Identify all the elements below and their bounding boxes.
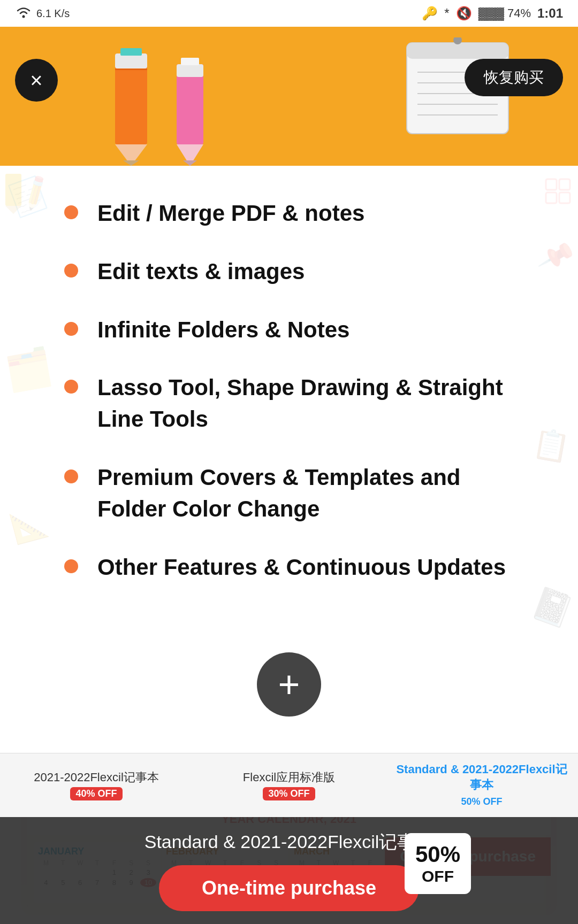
svg-marker-11 bbox=[183, 160, 197, 166]
expand-button[interactable]: + bbox=[257, 652, 321, 717]
battery-icon: ▓▓▓ 74% bbox=[478, 6, 531, 20]
feature-text-6: Other Features & Continuous Updates bbox=[97, 552, 506, 583]
time-display: 1:01 bbox=[537, 6, 563, 21]
feature-item-1: Edit / Merge PDF & notes bbox=[64, 198, 514, 229]
bottom-bar-title: Standard & 2021-2022Flexcil记事本 bbox=[144, 830, 434, 854]
feature-item-3: Infinite Folders & Notes bbox=[64, 314, 514, 346]
bullet-3 bbox=[64, 322, 78, 336]
pink-pencil-icon bbox=[171, 53, 211, 166]
svg-rect-10 bbox=[181, 58, 199, 65]
feature-item-2: Edit texts & images bbox=[64, 256, 514, 288]
feature-item-5: Premium Covers & Templates and Folder Co… bbox=[64, 462, 514, 525]
feature-item-4: Lasso Tool, Shape Drawing & Straight Lin… bbox=[64, 372, 514, 435]
status-right: 🔑 * 🔇 ▓▓▓ 74% 1:01 bbox=[422, 6, 563, 21]
feature-text-5: Premium Covers & Templates and Folder Co… bbox=[97, 462, 514, 525]
bullet-1 bbox=[64, 205, 78, 219]
plus-icon: + bbox=[278, 666, 300, 703]
bottom-buy-button[interactable]: One-time purchase bbox=[159, 865, 419, 911]
tab-label-1: 2021-2022Flexcil记事本 bbox=[34, 770, 159, 786]
svg-rect-4 bbox=[120, 48, 142, 56]
tab-label-2: Flexcil应用标准版 bbox=[243, 770, 335, 786]
header-banner: × 恢复购买 bbox=[0, 27, 578, 166]
bullet-2 bbox=[64, 264, 78, 278]
close-button[interactable]: × bbox=[15, 59, 58, 102]
bullet-4 bbox=[64, 380, 78, 394]
svg-rect-3 bbox=[115, 53, 147, 68]
bottom-bar: Standard & 2021-2022Flexcil记事本 One-time … bbox=[0, 817, 578, 924]
wifi-speed: 6.1 K/s bbox=[36, 7, 70, 19]
bottom-tabs: 2021-2022Flexcil记事本 40% OFF Flexcil应用标准版… bbox=[0, 753, 578, 817]
feature-text-3: Infinite Folders & Notes bbox=[97, 314, 349, 346]
svg-rect-9 bbox=[177, 64, 203, 77]
discount-percent: 50% bbox=[415, 842, 460, 867]
bullet-6 bbox=[64, 559, 78, 573]
tab-badge-3: 50% OFF bbox=[455, 795, 507, 808]
svg-marker-6 bbox=[123, 160, 139, 166]
tab-item-3[interactable]: Standard & 2021-2022Flexcil记事本 50% OFF bbox=[385, 753, 578, 817]
tab-badge-1: 40% OFF bbox=[70, 787, 122, 800]
tab-label-3: Standard & 2021-2022Flexcil记事本 bbox=[391, 762, 573, 792]
feature-text-4: Lasso Tool, Shape Drawing & Straight Lin… bbox=[97, 372, 514, 435]
tab-item-1[interactable]: 2021-2022Flexcil记事本 40% OFF bbox=[0, 753, 193, 817]
bluetooth-icon: * bbox=[444, 6, 449, 21]
status-bar: 6.1 K/s 🔑 * 🔇 ▓▓▓ 74% 1:01 bbox=[0, 0, 578, 27]
discount-label: OFF bbox=[415, 867, 460, 886]
wifi-icon bbox=[15, 4, 32, 22]
restore-purchase-button[interactable]: 恢复购买 bbox=[465, 59, 563, 96]
feature-text-1: Edit / Merge PDF & notes bbox=[97, 198, 364, 229]
svg-rect-13 bbox=[407, 43, 508, 59]
mute-icon: 🔇 bbox=[456, 6, 472, 21]
key-icon: 🔑 bbox=[422, 6, 438, 21]
features-section: Edit / Merge PDF & notes Edit texts & im… bbox=[0, 166, 578, 642]
tab-badge-2: 30% OFF bbox=[263, 787, 315, 800]
svg-point-0 bbox=[22, 16, 25, 18]
status-left: 6.1 K/s bbox=[15, 4, 70, 22]
bullet-5 bbox=[64, 469, 78, 483]
discount-badge: 50% OFF bbox=[405, 833, 471, 894]
feature-text-2: Edit texts & images bbox=[97, 256, 305, 288]
tab-item-2[interactable]: Flexcil应用标准版 30% OFF bbox=[193, 753, 385, 817]
orange-pencil-icon bbox=[107, 43, 158, 166]
feature-item-6: Other Features & Continuous Updates bbox=[64, 552, 514, 583]
